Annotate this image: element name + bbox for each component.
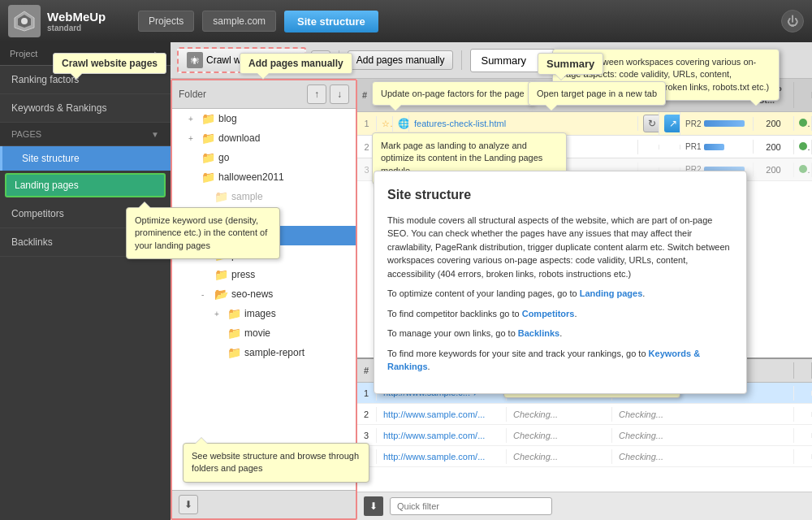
- overlay-para5: To find more keywords for your site and …: [387, 347, 733, 374]
- link-backlinks[interactable]: Backlinks: [518, 328, 559, 338]
- link-anchor-4: Checking...: [612, 449, 794, 464]
- pr-bar-1: PR2: [685, 119, 748, 128]
- toggle-seonews: -: [201, 290, 211, 299]
- bottom-row-2: 2 http://www.sample.com/... Checking... …: [357, 404, 812, 425]
- status-dot-2: [799, 142, 807, 150]
- overlay-para4: To manage your own links, go to Backlink…: [387, 327, 733, 340]
- cell-refresh-1[interactable]: ↻: [638, 112, 659, 135]
- site-btn[interactable]: sample.com: [202, 11, 276, 32]
- overlay-title: Site structure: [387, 184, 733, 206]
- status-dot-1: [799, 119, 807, 127]
- cell-pr-1: PR2: [680, 117, 754, 131]
- add-pages-btn[interactable]: Add pages manually: [348, 50, 454, 70]
- refresh-btn-1[interactable]: ↻: [643, 115, 659, 132]
- site-structure-overlay: Site structure This module covers all st…: [374, 171, 747, 394]
- cell-status-1: [794, 116, 812, 131]
- overlay-para3: To find competitor backlinks go to Compe…: [387, 307, 733, 321]
- link-anchor-3: Checking...: [612, 428, 794, 443]
- toggle-download: +: [188, 134, 198, 143]
- pr-bar-2: PR1: [685, 142, 748, 151]
- toolbar-separator2: [461, 50, 462, 70]
- status-dot-3: [799, 165, 807, 173]
- link-num-2: 2: [357, 407, 377, 422]
- bottom-footer: ⬇: [357, 492, 812, 520]
- app-name: WebMeUp: [47, 10, 106, 24]
- sidebar-item-site-structure[interactable]: Site structure: [0, 146, 171, 171]
- overlay-para1: This module covers all structural aspect…: [387, 214, 733, 281]
- cell-pr-2: PR1: [680, 140, 754, 154]
- cell-open-2: [659, 145, 680, 150]
- folder-item-go[interactable]: 📁 go: [172, 148, 356, 167]
- folder-header: Folder ↑ ↓: [172, 80, 356, 109]
- link-extra-1: [794, 391, 812, 396]
- link-url-4[interactable]: http://www.sample.com/...: [377, 449, 507, 464]
- logo: WebMeUp standard: [8, 5, 130, 37]
- cell-url-1[interactable]: features-check-list.html: [409, 116, 638, 131]
- bottom-table-body: 1 http://www.sample.c... ↗ Checking... C…: [357, 383, 812, 492]
- overlay-para2: To optimize content of your landing page…: [387, 287, 733, 301]
- tooltip-website-structure: See website structure and browse through…: [183, 443, 369, 483]
- cell-status-3: [794, 162, 812, 177]
- tooltip-add-pages: Add pages manually: [240, 53, 352, 74]
- svg-point-2: [21, 18, 28, 24]
- sort-desc-icon[interactable]: ↓: [330, 84, 349, 104]
- cell-http-2: 200: [754, 140, 794, 154]
- folder-export-btn[interactable]: ⬇: [179, 495, 198, 514]
- folder-icon-images: 📁: [227, 307, 241, 320]
- sidebar-item-keywords[interactable]: Keywords & Rankings: [0, 94, 171, 123]
- quick-filter-input[interactable]: [390, 497, 552, 515]
- tooltip-summary: Summary: [538, 53, 603, 75]
- link-extra-3: [794, 433, 812, 438]
- folder-icon-movie2: 📁: [227, 327, 241, 340]
- open-btn-1[interactable]: ↗: [664, 115, 680, 132]
- folder-item-download[interactable]: + 📁 download: [172, 128, 356, 148]
- folder-item-samplereport[interactable]: 📁 sample-report: [172, 343, 356, 362]
- link-type-4: Checking...: [507, 449, 612, 464]
- power-btn[interactable]: ⏻: [781, 10, 804, 32]
- folder-footer: ⬇: [172, 490, 356, 518]
- projects-btn[interactable]: Projects: [138, 11, 194, 32]
- header-right: ⏻: [781, 10, 804, 32]
- cell-star-1[interactable]: ☆: [377, 116, 393, 132]
- link-type-2: Checking...: [507, 407, 612, 422]
- link-landing-pages[interactable]: Landing pages: [580, 288, 643, 298]
- link-num-3: 3: [357, 428, 377, 443]
- logo-icon: [8, 5, 41, 37]
- bottom-row-3: 3 http://www.sample.com/... Checking... …: [357, 425, 812, 446]
- folder-item-sample[interactable]: 📁 sample: [172, 187, 356, 206]
- sort-asc-icon[interactable]: ↑: [307, 84, 326, 104]
- cell-open-1[interactable]: ↗: [659, 112, 680, 135]
- folder-icon-sample: 📁: [214, 190, 228, 203]
- export-btn[interactable]: ⬇: [364, 496, 383, 516]
- toggle-blog: +: [188, 115, 198, 124]
- folder-item-blog[interactable]: + 📁 blog: [172, 109, 356, 128]
- cell-http-1: 200: [754, 116, 794, 131]
- tooltip-update-onpage: Update on-page factors for the page: [372, 81, 533, 106]
- folder-item-press[interactable]: 📁 press: [172, 265, 356, 284]
- tooltip-crawl: Crawl website pages: [53, 53, 166, 74]
- link-keywords[interactable]: Keywords & Rankings: [387, 349, 700, 372]
- cell-http-3: 200: [754, 162, 794, 177]
- folder-item-movie2[interactable]: 📁 movie: [172, 323, 356, 343]
- cell-refresh-2: [638, 145, 659, 150]
- site-structure-btn[interactable]: Site structure: [284, 11, 378, 32]
- logo-text: WebMeUp standard: [47, 10, 106, 32]
- link-extra-2: [794, 412, 812, 417]
- folder-item-images[interactable]: + 📁 images: [172, 304, 356, 323]
- sidebar-item-landing-pages[interactable]: Landing pages: [5, 173, 166, 197]
- cell-icon-1: 🌐: [393, 115, 409, 132]
- link-url-2[interactable]: http://www.sample.com/...: [377, 407, 507, 422]
- cell-num-1: 1: [357, 116, 377, 131]
- toggle-images: +: [214, 310, 224, 318]
- folder-icon-halloween: 📁: [201, 171, 215, 184]
- link-url-3[interactable]: http://www.sample.com/...: [377, 428, 507, 443]
- link-extra-4: [794, 454, 812, 459]
- link-anchor-2: Checking...: [612, 407, 794, 422]
- folder-icon-samplereport: 📁: [227, 346, 241, 359]
- link-competitors[interactable]: Competitors: [522, 309, 575, 318]
- folder-actions: ↑ ↓: [307, 84, 349, 104]
- folder-item-seonews[interactable]: - 📂 seo-news: [172, 284, 356, 304]
- folder-icon-blog: 📁: [201, 112, 215, 125]
- folder-item-halloween[interactable]: 📁 halloween2011: [172, 167, 356, 187]
- sidebar-pages-section: Pages ▼: [0, 123, 171, 146]
